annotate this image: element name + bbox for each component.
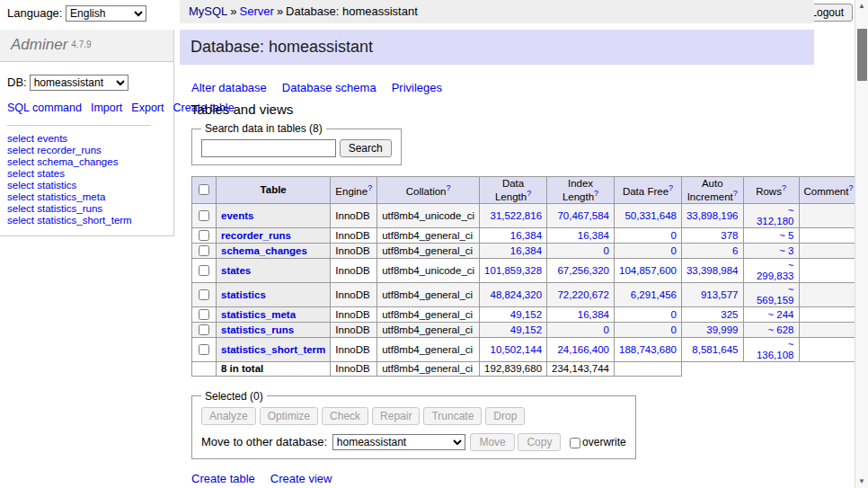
sidebar-table-link[interactable]: select states <box>7 168 166 180</box>
language-select[interactable]: English <box>66 5 146 22</box>
sidebar-link[interactable]: SQL command <box>7 102 82 114</box>
db-action-link[interactable]: Alter database <box>191 81 267 94</box>
auto-increment-link[interactable]: 8,581,645 <box>692 344 738 355</box>
sidebar-table-link[interactable]: select events <box>7 133 166 145</box>
index-length-link[interactable]: 0 <box>604 245 609 256</box>
sidebar-table-link[interactable]: select statistics_runs <box>7 203 166 215</box>
breadcrumb-mysql-link[interactable]: MySQL <box>189 4 227 18</box>
row-checkbox[interactable] <box>199 245 209 256</box>
column-header-data-length[interactable]: Data Length? <box>480 177 547 204</box>
column-header-collation[interactable]: Collation? <box>377 177 480 204</box>
data-length-link[interactable]: 101,859,328 <box>484 265 542 276</box>
breadcrumb-server-link[interactable]: Server <box>240 4 274 18</box>
auto-increment-link[interactable]: 325 <box>721 309 738 320</box>
data-length-link[interactable]: 16,384 <box>510 245 542 256</box>
table-name-link[interactable]: recorder_runs <box>221 230 291 241</box>
sidebar-table-link[interactable]: select schema_changes <box>7 156 166 168</box>
bulk-action-button[interactable]: Optimize <box>260 407 318 425</box>
app-name-link[interactable]: Adminer <box>11 36 67 53</box>
column-header-data-free[interactable]: Data Free? <box>615 177 682 204</box>
data-free-link[interactable]: 0 <box>671 324 677 335</box>
table-name-link[interactable]: statistics_runs <box>221 324 294 335</box>
scrollbar[interactable]: ▲ ▼ <box>855 0 868 488</box>
column-header-rows[interactable]: Rows? <box>743 177 799 204</box>
column-hint-link[interactable]: ? <box>733 189 738 198</box>
table-name-link[interactable]: statistics_short_term <box>221 344 325 355</box>
scroll-up-icon[interactable]: ▲ <box>855 0 868 13</box>
data-free-link[interactable]: 188,743,680 <box>619 344 677 355</box>
sidebar-table-link[interactable]: select statistics_short_term <box>7 215 166 226</box>
auto-increment-link[interactable]: 33,898,196 <box>686 210 739 221</box>
create-link[interactable]: Create table <box>191 472 255 485</box>
data-length-link[interactable]: 10,502,144 <box>490 344 542 355</box>
column-hint-link[interactable]: ? <box>782 183 786 192</box>
data-length-link[interactable]: 31,522,816 <box>490 210 542 221</box>
db-select[interactable]: homeassistant <box>30 75 128 91</box>
column-hint-link[interactable]: ? <box>368 183 372 192</box>
column-header-engine[interactable]: Engine? <box>331 177 377 204</box>
index-length-link[interactable]: 70,467,584 <box>557 210 609 221</box>
auto-increment-link[interactable]: 33,398,984 <box>686 265 739 276</box>
auto-increment-link[interactable]: 378 <box>721 230 738 241</box>
search-input[interactable] <box>201 139 336 157</box>
index-length-link[interactable]: 67,256,320 <box>557 265 609 276</box>
sidebar-link[interactable]: Export <box>131 102 164 114</box>
row-checkbox[interactable] <box>199 324 209 335</box>
bulk-action-button[interactable]: Check <box>322 407 368 425</box>
rows-link[interactable]: ~ 569,159 <box>757 284 794 306</box>
column-header-table[interactable]: Table <box>217 177 331 204</box>
move-db-select[interactable]: homeassistant <box>332 434 465 450</box>
sidebar-table-link[interactable]: select statistics_meta <box>7 191 166 203</box>
data-free-link[interactable]: 50,331,648 <box>624 210 677 221</box>
scroll-down-icon[interactable]: ▼ <box>855 475 868 488</box>
scrollbar-thumb[interactable] <box>857 29 867 81</box>
app-version[interactable]: 4.7.9 <box>71 40 91 49</box>
data-free-link[interactable]: 0 <box>671 309 677 320</box>
copy-button[interactable]: Copy <box>518 433 561 451</box>
data-length-link[interactable]: 16,384 <box>510 230 542 241</box>
rows-link[interactable]: ~ 244 <box>767 309 793 320</box>
bulk-action-button[interactable]: Repair <box>372 407 420 425</box>
data-length-link[interactable]: 49,152 <box>510 324 542 335</box>
table-name-link[interactable]: statistics_meta <box>221 309 296 320</box>
bulk-action-button[interactable]: Truncate <box>423 407 482 425</box>
column-hint-link[interactable]: ? <box>848 183 853 192</box>
rows-link[interactable]: ~ 299,833 <box>757 260 794 281</box>
table-name-link[interactable]: schema_changes <box>221 245 307 256</box>
select-all-checkbox[interactable] <box>199 184 209 195</box>
column-hint-link[interactable]: ? <box>446 183 450 192</box>
rows-link[interactable]: ~ 3 <box>779 245 793 256</box>
move-button[interactable]: Move <box>470 433 514 451</box>
bulk-action-button[interactable]: Analyze <box>201 407 256 425</box>
sidebar-table-link[interactable]: select statistics <box>7 180 166 191</box>
auto-increment-link[interactable]: 39,999 <box>706 324 738 335</box>
data-free-link[interactable]: 6,291,456 <box>631 289 677 300</box>
bulk-action-button[interactable]: Drop <box>485 407 525 425</box>
rows-link[interactable]: ~ 312,180 <box>757 205 794 226</box>
index-length-link[interactable]: 16,384 <box>578 230 609 241</box>
column-hint-link[interactable]: ? <box>669 183 673 192</box>
overwrite-checkbox[interactable] <box>570 438 580 448</box>
sidebar-table-link[interactable]: select recorder_runs <box>7 145 166 156</box>
auto-increment-link[interactable]: 6 <box>732 245 738 256</box>
data-free-link[interactable]: 104,857,600 <box>619 265 677 276</box>
data-free-link[interactable]: 0 <box>671 230 677 241</box>
data-length-link[interactable]: 48,824,320 <box>490 289 542 300</box>
db-action-link[interactable]: Database schema <box>282 81 376 94</box>
create-link[interactable]: Create view <box>270 472 332 485</box>
rows-link[interactable]: ~ 136,108 <box>757 339 794 360</box>
index-length-link[interactable]: 24,166,400 <box>557 344 609 355</box>
table-name-link[interactable]: statistics <box>221 289 266 300</box>
column-hint-link[interactable]: ? <box>527 189 531 198</box>
rows-link[interactable]: ~ 5 <box>779 230 793 241</box>
index-length-link[interactable]: 72,220,672 <box>557 289 609 300</box>
row-checkbox[interactable] <box>199 309 209 320</box>
table-name-link[interactable]: events <box>221 210 253 221</box>
index-length-link[interactable]: 0 <box>604 324 609 335</box>
db-action-link[interactable]: Privileges <box>392 81 442 94</box>
auto-increment-link[interactable]: 913,577 <box>701 289 739 300</box>
sidebar-link[interactable]: Import <box>91 102 122 114</box>
column-hint-link[interactable]: ? <box>594 189 598 198</box>
row-checkbox[interactable] <box>199 210 209 221</box>
search-button[interactable]: Search <box>340 139 392 157</box>
